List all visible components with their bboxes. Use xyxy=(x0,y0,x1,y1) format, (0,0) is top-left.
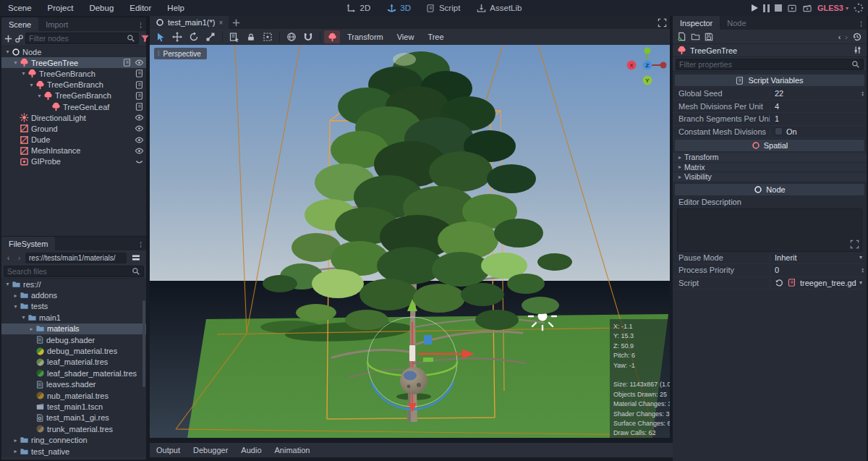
viewport-menu-tree[interactable]: Tree xyxy=(421,33,450,41)
caret-right-icon[interactable]: ▸ xyxy=(12,437,20,444)
bottom-tab-audio[interactable]: Audio xyxy=(234,446,268,454)
fs-item-ring-connection[interactable]: ▸ring_connection xyxy=(1,434,146,445)
fs-item-nub-material-tres[interactable]: nub_material.tres xyxy=(1,390,146,401)
menu-editor[interactable]: Editor xyxy=(122,4,159,12)
new-scene-tab-button[interactable] xyxy=(229,16,243,29)
add-node-button[interactable] xyxy=(4,32,13,45)
scene-tree-item-ground[interactable]: Ground xyxy=(1,123,146,134)
fs-item-addons[interactable]: ▸addons xyxy=(1,289,146,300)
fs-item-leaves-shader[interactable]: leaves.shader xyxy=(1,379,146,390)
caret-down-icon[interactable]: ▾ xyxy=(12,59,20,66)
move-tool[interactable] xyxy=(169,30,185,43)
scene-tree-item-directionallight[interactable]: DirectionalLight xyxy=(1,112,146,123)
scale-tool[interactable] xyxy=(203,30,218,43)
caret-down-icon[interactable]: ▾ xyxy=(20,314,27,321)
axis-orientation-gizmo[interactable]: X Z Y xyxy=(626,46,670,88)
menu-debug[interactable]: Debug xyxy=(81,4,122,12)
mode-button-script[interactable]: Script xyxy=(420,0,467,16)
menu-project[interactable]: Project xyxy=(40,4,82,12)
caret-down-icon[interactable]: ▾ xyxy=(4,281,12,287)
visibility-eye-icon[interactable] xyxy=(135,113,144,122)
history-forward-icon[interactable]: › xyxy=(845,33,848,41)
property-global-seed[interactable]: Global Seed22▴▾ xyxy=(673,88,867,101)
property-value[interactable]: Inherit▾ xyxy=(770,253,867,262)
property-value[interactable]: On xyxy=(770,127,867,136)
fs-item-test-native[interactable]: ▸test_native xyxy=(1,446,146,457)
caret-right-icon[interactable]: ▸ xyxy=(12,292,20,299)
property-constant-mesh-divisions[interactable]: Constant Mesh DivisionsOn xyxy=(673,126,867,139)
save-resource-button[interactable] xyxy=(705,33,713,41)
filter-properties-input[interactable] xyxy=(679,60,851,69)
caret-down-icon[interactable]: ▾ xyxy=(20,70,27,77)
new-resource-button[interactable] xyxy=(677,32,686,41)
local-space-tool[interactable] xyxy=(284,30,299,43)
property-value[interactable]: 22▴▾ xyxy=(770,89,867,98)
perspective-button[interactable]: ⁞ Perspective xyxy=(154,48,207,59)
caret-down-icon[interactable]: ▾ xyxy=(4,48,12,55)
viewport-3d[interactable]: ⁞ Perspective X Z Y X: -1.1Y: 15.3Z: 50.… xyxy=(150,45,670,438)
history-back-icon[interactable]: ‹ xyxy=(838,33,841,41)
scene-tree-item-giprobe[interactable]: GIProbe xyxy=(1,156,146,167)
property-value[interactable]: 4 xyxy=(770,102,867,111)
search-files-input[interactable] xyxy=(7,267,132,276)
load-resource-button[interactable] xyxy=(691,33,700,41)
bottom-tab-animation[interactable]: Animation xyxy=(268,446,317,454)
dock-menu-dots-icon[interactable]: ⁞ xyxy=(140,21,146,31)
viewport-menu-transform[interactable]: Transform xyxy=(341,33,390,41)
select-tool[interactable] xyxy=(153,30,169,43)
filesystem-scrollbar[interactable] xyxy=(142,300,145,387)
spinner-updown-icon[interactable]: ▴▾ xyxy=(861,267,864,274)
fs-item-debug-shader[interactable]: debug.shader xyxy=(1,334,146,345)
close-icon[interactable]: × xyxy=(218,19,223,27)
group-visibility[interactable]: ▸Visibility xyxy=(673,172,867,182)
mode-button-2d[interactable]: 2D xyxy=(340,0,378,16)
script-attached-icon[interactable] xyxy=(123,58,132,67)
display-mode-button[interactable] xyxy=(128,251,144,264)
dock-menu-dots-icon[interactable]: ⁞ xyxy=(140,240,146,250)
caret-down-icon[interactable]: ▾ xyxy=(12,303,20,310)
visibility-eye-icon[interactable] xyxy=(135,58,144,67)
viewport-menu-view[interactable]: View xyxy=(391,33,421,41)
snap-tool[interactable] xyxy=(300,30,316,43)
caret-right-icon[interactable]: ▸ xyxy=(27,326,35,332)
group-matrix[interactable]: ▸Matrix xyxy=(673,163,867,173)
lock-tool[interactable] xyxy=(243,30,259,43)
fs-item-materials[interactable]: ▸materials xyxy=(1,323,146,334)
tree-plugin-tool[interactable] xyxy=(324,30,340,43)
tab-test-main1[interactable]: test_main1(*) × xyxy=(150,16,229,29)
visibility-eye-icon[interactable] xyxy=(135,146,144,156)
property-value[interactable]: 0▴▾ xyxy=(770,266,867,274)
script-attached-icon[interactable] xyxy=(135,91,144,101)
play-button[interactable] xyxy=(752,4,758,12)
scene-tree-item-treegenbranch[interactable]: ▾TreeGenBranch xyxy=(1,68,146,79)
filter-nodes-input[interactable] xyxy=(29,34,127,43)
visibility-collapsed-icon[interactable] xyxy=(135,157,144,166)
play-scene-button[interactable] xyxy=(787,4,797,13)
tab-scene[interactable]: Scene xyxy=(1,17,38,31)
mode-button-assetlib[interactable]: AssetLib xyxy=(469,0,528,16)
chevron-down-icon[interactable]: ▾ xyxy=(859,254,864,261)
tab-filesystem[interactable]: FileSystem xyxy=(1,237,55,250)
fs-item-leaf-material-tres[interactable]: leaf_material.tres xyxy=(1,357,146,368)
renderer-select[interactable]: GLES3 ▾ xyxy=(817,4,848,12)
bottom-tab-output[interactable]: Output xyxy=(150,446,187,454)
menu-scene[interactable]: Scene xyxy=(0,4,40,12)
bottom-tab-debugger[interactable]: Debugger xyxy=(187,446,234,454)
property-mesh-divisions-per-unit[interactable]: Mesh Divisions Per Unit4 xyxy=(673,101,867,114)
fs-item-tests[interactable]: ▾tests xyxy=(1,301,146,312)
stop-button[interactable] xyxy=(775,4,782,12)
scene-tree-item-node[interactable]: ▾Node xyxy=(1,46,146,57)
fs-item-test-main1-tscn[interactable]: test_main1.tscn xyxy=(1,401,146,412)
tab-node[interactable]: Node xyxy=(720,16,753,30)
visibility-eye-icon[interactable] xyxy=(135,135,144,145)
nav-forward-button[interactable]: › xyxy=(14,251,24,264)
fs-item-res-[interactable]: ▾res:// xyxy=(1,279,146,289)
filter-funnel-icon[interactable] xyxy=(140,34,150,43)
section-node[interactable]: Node xyxy=(675,184,864,195)
caret-down-icon[interactable]: ▾ xyxy=(35,93,43,99)
caret-down-icon[interactable]: ▾ xyxy=(27,82,35,88)
property-branch-segments-per-unit[interactable]: Branch Segments Per Unit1 xyxy=(673,113,867,126)
editor-description-textarea[interactable] xyxy=(677,208,862,252)
rotate-tool[interactable] xyxy=(186,30,202,43)
history-list-icon[interactable] xyxy=(852,32,862,42)
